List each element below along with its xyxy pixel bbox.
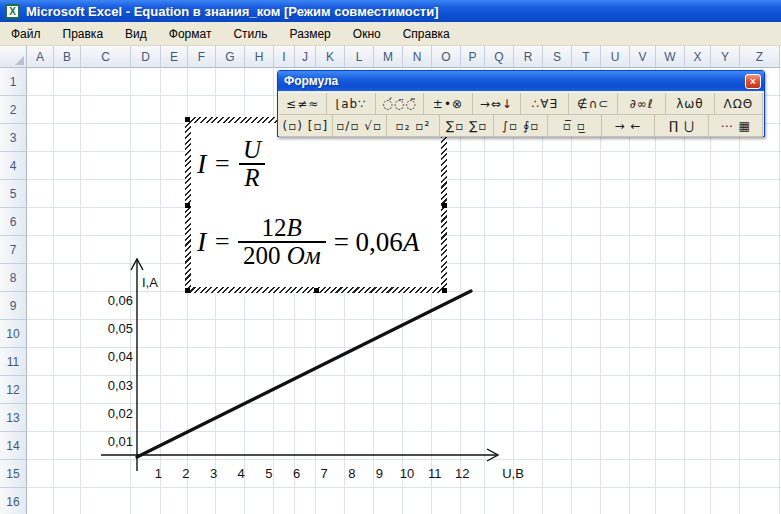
row-header-2[interactable]: 2	[0, 96, 27, 124]
row-header-8[interactable]: 8	[0, 264, 27, 292]
menu-item-вид[interactable]: Вид	[114, 22, 158, 46]
column-header-Y[interactable]: Y	[711, 46, 740, 68]
row-header-14[interactable]: 14	[0, 432, 27, 460]
equation-line-1: I = U R	[197, 137, 266, 192]
column-header-R[interactable]: R	[514, 46, 543, 68]
column-header-P[interactable]: P	[461, 46, 485, 68]
column-header-G[interactable]: G	[216, 46, 245, 68]
row-header-16[interactable]: 16	[0, 488, 27, 514]
column-header-C[interactable]: C	[81, 46, 131, 68]
summation-templates-button[interactable]: ∑▫ ∑▫	[440, 115, 494, 136]
eq2-result: = 0,06А	[326, 227, 420, 258]
resize-handle-sw[interactable]	[185, 288, 190, 293]
subscript-superscript-templates-button[interactable]: ▫₂ ▫²	[387, 115, 441, 136]
arrow-symbols-button[interactable]: →⇔↓	[473, 93, 521, 114]
bar-templates-button[interactable]: ▫̅ ▫̲	[548, 115, 602, 136]
greek-lowercase-button[interactable]: λωθ	[666, 93, 714, 114]
row-header-10[interactable]: 10	[0, 320, 27, 348]
column-header-Z[interactable]: Z	[740, 46, 780, 68]
column-header-K[interactable]: K	[316, 46, 345, 68]
menu-item-правка[interactable]: Правка	[52, 22, 115, 46]
resize-handle-se[interactable]	[442, 288, 447, 293]
column-header-Q[interactable]: Q	[485, 46, 514, 68]
operator-symbols-button[interactable]: ±•⊗	[424, 93, 472, 114]
column-header-O[interactable]: O	[432, 46, 461, 68]
gridline-h	[27, 347, 781, 348]
spaces-ellipses-button[interactable]: ⌊ab∵	[327, 93, 375, 114]
select-all-corner[interactable]	[0, 46, 27, 68]
misc-symbols-button[interactable]: ∂∞ℓ	[618, 93, 666, 114]
column-header-M[interactable]: M	[374, 46, 403, 68]
eq2-lhs: I	[197, 226, 206, 258]
resize-handle-e[interactable]	[442, 203, 447, 208]
gridline-h	[27, 319, 781, 320]
menu-item-формат[interactable]: Формат	[158, 22, 223, 46]
equation-object[interactable]: I = U R I = 12В 200 Ом = 0,06А	[185, 117, 447, 293]
row-header-12[interactable]: 12	[0, 376, 27, 404]
row-header-5[interactable]: 5	[0, 180, 27, 208]
equation-line-2: I = 12В 200 Ом = 0,06А	[197, 215, 419, 270]
x-tick-9: 9	[376, 466, 383, 481]
menu-item-размер[interactable]: Размер	[279, 22, 342, 46]
column-header-U[interactable]: U	[601, 46, 630, 68]
row-header-6[interactable]: 6	[0, 208, 27, 236]
greek-uppercase-button[interactable]: ΛΩΘ	[715, 93, 763, 114]
column-header-J[interactable]: J	[295, 46, 316, 68]
eq1-equals: =	[206, 149, 238, 179]
gridline-h	[27, 431, 781, 432]
column-header-A[interactable]: A	[27, 46, 54, 68]
equation-canvas: I = U R I = 12В 200 Ом = 0,06А	[191, 123, 441, 287]
row-header-11[interactable]: 11	[0, 348, 27, 376]
formula-toolbar-title: Формула	[284, 74, 745, 88]
row-header-3[interactable]: 3	[0, 124, 27, 152]
column-header-H[interactable]: H	[245, 46, 274, 68]
close-icon[interactable]: ×	[745, 74, 761, 89]
resize-handle-nw[interactable]	[185, 117, 190, 122]
labeled-arrow-templates-button[interactable]: → ←	[602, 115, 656, 136]
matrix-templates-button[interactable]: ⋯ ▦	[709, 115, 763, 136]
gridline-h	[27, 403, 781, 404]
row-header-9[interactable]: 9	[0, 292, 27, 320]
column-header-S[interactable]: S	[543, 46, 572, 68]
column-header-E[interactable]: E	[161, 46, 188, 68]
window-title: Microsoft Excel - Equation в знания_ком …	[26, 4, 439, 19]
column-header-N[interactable]: N	[403, 46, 432, 68]
menu-item-окно[interactable]: Окно	[342, 22, 392, 46]
column-header-I[interactable]: I	[274, 46, 295, 68]
resize-handle-s[interactable]	[314, 288, 319, 293]
column-header-L[interactable]: L	[345, 46, 374, 68]
row-header-13[interactable]: 13	[0, 404, 27, 432]
fence-templates-button[interactable]: (▫) [▫]	[279, 115, 333, 136]
row-header-15[interactable]: 15	[0, 460, 27, 488]
fraction-radical-templates-button[interactable]: ▫∕▫ √▫	[333, 115, 387, 136]
gridline-h	[27, 459, 781, 460]
eq1-lhs: I	[197, 148, 206, 180]
column-header-F[interactable]: F	[188, 46, 216, 68]
relational-symbols-button[interactable]: ≤≠≈	[279, 93, 327, 114]
column-header-X[interactable]: X	[685, 46, 711, 68]
embellishments-button[interactable]: ◌́◌̈◌̃	[376, 93, 424, 114]
menu-item-стиль[interactable]: Стиль	[222, 22, 278, 46]
eq2-equals: =	[206, 227, 238, 257]
product-set-templates-button[interactable]: ∏ ⋃	[655, 115, 709, 136]
column-header-D[interactable]: D	[131, 46, 161, 68]
resize-handle-w[interactable]	[185, 203, 190, 208]
row-header-4[interactable]: 4	[0, 152, 27, 180]
column-header-V[interactable]: V	[630, 46, 656, 68]
row-header-7[interactable]: 7	[0, 236, 27, 264]
menu-item-файл[interactable]: Файл	[0, 22, 52, 46]
column-header-B[interactable]: B	[54, 46, 81, 68]
gridline-h	[27, 375, 781, 376]
x-tick-3: 3	[210, 466, 217, 481]
integral-templates-button[interactable]: ∫▫ ∮▫	[494, 115, 548, 136]
x-tick-12: 12	[455, 466, 469, 481]
column-header-W[interactable]: W	[656, 46, 685, 68]
logical-symbols-button[interactable]: ∴∀∃	[521, 93, 569, 114]
column-header-T[interactable]: T	[572, 46, 601, 68]
formula-toolbar-titlebar[interactable]: Формула ×	[278, 71, 764, 91]
row-header-1[interactable]: 1	[0, 68, 27, 96]
eq2-denominator: 200 Ом	[238, 241, 326, 269]
set-theory-symbols-button[interactable]: ∉∩⊂	[569, 93, 617, 114]
menu-item-справка[interactable]: Справка	[392, 22, 461, 46]
gridline-h	[27, 487, 781, 488]
